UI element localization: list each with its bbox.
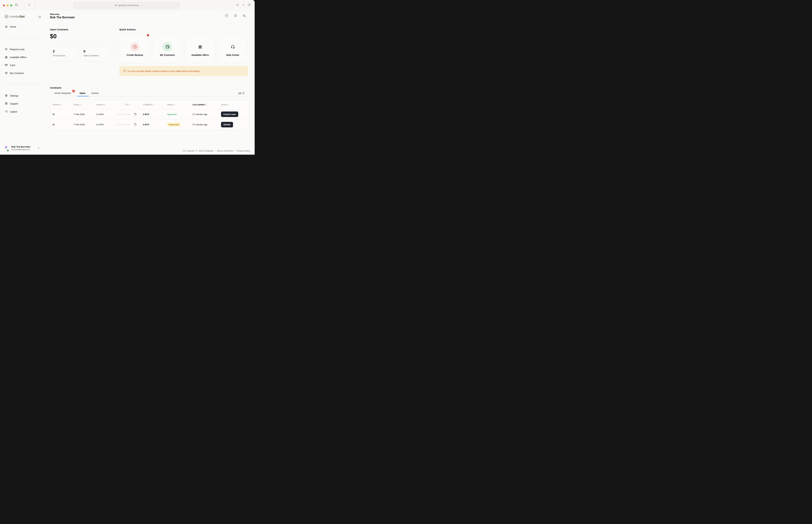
sort-icon: [80, 104, 81, 105]
open-contracts-title: Open Contracts: [50, 28, 68, 31]
help-icon[interactable]: ?: [225, 14, 228, 17]
logout-icon: [5, 110, 7, 113]
cell-collateral: 0 BTC: [138, 123, 162, 126]
column-header-ltv[interactable]: LTV: [117, 103, 138, 106]
cell-ltv: [117, 113, 138, 116]
sidebar-item-request-loan[interactable]: Request Loan: [3, 47, 39, 52]
status-badge: Requested: [167, 122, 180, 127]
close-window-button[interactable]: [3, 4, 5, 6]
sidebar-item-card[interactable]: Card: [3, 63, 39, 68]
column-header-action[interactable]: Action: [217, 103, 248, 106]
privacy-policy-link[interactable]: Privacy Policy: [237, 150, 250, 152]
cell-interest: 12.00%: [96, 113, 117, 116]
my-contracts-card[interactable]: My Contracts: [152, 35, 182, 63]
column-header-status[interactable]: Status: [162, 103, 188, 106]
tab-open[interactable]: Open: [80, 92, 85, 95]
ltv-progress-bar: [117, 124, 131, 125]
forward-button[interactable]: [33, 3, 36, 7]
moon-icon[interactable]: [243, 14, 246, 18]
address-bar[interactable]: lendasat.com/lending: [74, 2, 180, 9]
footer: 0.4.7-be1ed © 2025 Lendasat • Terms of S…: [182, 150, 250, 152]
column-header-last-update[interactable]: Last Update: [188, 103, 217, 106]
fund-it-now-button[interactable]: Fund it now: [221, 112, 238, 117]
page-title: Bob The Borrower: [50, 16, 75, 19]
sidebar-item-label: Settings: [10, 95, 18, 97]
quick-action-label: Create Backup: [127, 54, 143, 56]
logo-wordmark: Lenda$Sat: [10, 15, 25, 18]
sort-icon: [104, 104, 105, 105]
terms-of-service-link[interactable]: Terms of Service: [217, 150, 233, 152]
cell-amount: $1: [52, 123, 74, 126]
sidebar-item-label: Available Offers: [10, 56, 27, 59]
column-header-amount[interactable]: Amount: [52, 103, 74, 106]
stat-label: Open Contracts: [83, 54, 107, 57]
open-contracts-card[interactable]: 0 Open Contracts: [81, 47, 109, 61]
cell-ltv: [117, 123, 138, 126]
all-contracts-link[interactable]: All: [238, 92, 244, 95]
details-button[interactable]: Details: [221, 122, 233, 127]
column-header-interest[interactable]: Interest: [96, 103, 117, 106]
action-required-badge: [73, 90, 75, 92]
wallet-icon: [133, 45, 137, 49]
life-buoy-icon: [5, 102, 7, 105]
copyright-text: 2025 Lendasat: [198, 150, 213, 152]
available-offers-card[interactable]: Available offers: [185, 35, 215, 63]
contract-row[interactable]: $2 7 Feb 2026 12.00% 0 BTC Approved 27 m…: [50, 109, 248, 119]
loading-spinner-icon: [133, 113, 137, 116]
lock-icon: [115, 4, 117, 7]
wallet-icon: [165, 45, 170, 49]
tab-action-required[interactable]: Action Required: [54, 92, 70, 95]
sidebar-item-logout[interactable]: Logout: [3, 109, 39, 114]
contract-row[interactable]: $1 7 Feb 2026 12.00% 0 BTC Requested 27 …: [50, 119, 248, 130]
sort-icon: [129, 104, 130, 105]
logo[interactable]: $ Lenda$Sat: [4, 15, 25, 18]
url-text: lendasat.com/lending: [118, 4, 139, 6]
column-header-collateral[interactable]: Collateral: [138, 103, 162, 106]
sidebar-item-my-contracts[interactable]: My Contracts: [3, 70, 39, 76]
chevron-right-icon: [37, 147, 40, 150]
sidebar-item-label: Home: [10, 26, 16, 28]
sidebar-collapse-icon[interactable]: [38, 15, 41, 19]
browser-sidebar-icon[interactable]: [15, 3, 18, 7]
zoom-window-button[interactable]: [10, 4, 12, 6]
sidebar-item-label: Request Loan: [10, 48, 25, 51]
home-icon: [5, 25, 7, 28]
headset-icon: [230, 45, 235, 49]
profile-menu[interactable]: B Bob The Borrower borrower@lendasat.com: [5, 144, 40, 152]
separator-dot: •: [234, 150, 235, 152]
external-link-icon: [242, 92, 244, 95]
tabs-overview-icon[interactable]: [248, 3, 251, 7]
sidebar-item-home[interactable]: Home: [3, 24, 39, 30]
status-badge: Approved: [167, 113, 176, 116]
cell-action: Fund it now: [217, 112, 248, 117]
profile-email: borrower@lendasat.com: [11, 148, 31, 150]
credit-card-icon: [5, 64, 7, 67]
sidebar-item-label: Support: [10, 102, 18, 105]
sort-icon: [61, 104, 62, 105]
loading-spinner-icon: [133, 123, 137, 126]
sidebar-item-label: My Contracts: [10, 72, 24, 75]
sidebar-item-available-offers[interactable]: Available Offers: [3, 54, 39, 60]
all-contracts-card[interactable]: 2 All Contracts: [50, 47, 79, 61]
minimize-window-button[interactable]: [6, 4, 9, 6]
active-tab-indicator: [77, 96, 89, 96]
quick-action-label: My Contracts: [160, 54, 175, 56]
sidebar-item-settings[interactable]: Settings: [3, 93, 39, 98]
sort-icon: [174, 104, 175, 105]
stat-value: 2: [53, 49, 76, 53]
quick-actions-title: Quick Actions: [120, 28, 136, 31]
help-center-card[interactable]: Help Center: [218, 35, 248, 63]
column-header-expiry[interactable]: Expiry: [74, 103, 96, 106]
share-icon[interactable]: [236, 3, 239, 7]
window-controls: [3, 4, 12, 6]
bell-icon[interactable]: [234, 14, 237, 18]
back-button[interactable]: [28, 3, 31, 7]
copyright-icon: ©: [195, 150, 197, 152]
quick-action-label: Available offers: [191, 54, 209, 56]
sidebar-item-support[interactable]: Support: [3, 101, 39, 107]
tab-closed[interactable]: Closed: [91, 92, 98, 95]
new-tab-icon[interactable]: [242, 3, 245, 7]
info-icon: [123, 69, 126, 73]
chevron-down-icon[interactable]: [21, 4, 22, 6]
create-backup-card[interactable]: Create Backup: [120, 35, 150, 63]
